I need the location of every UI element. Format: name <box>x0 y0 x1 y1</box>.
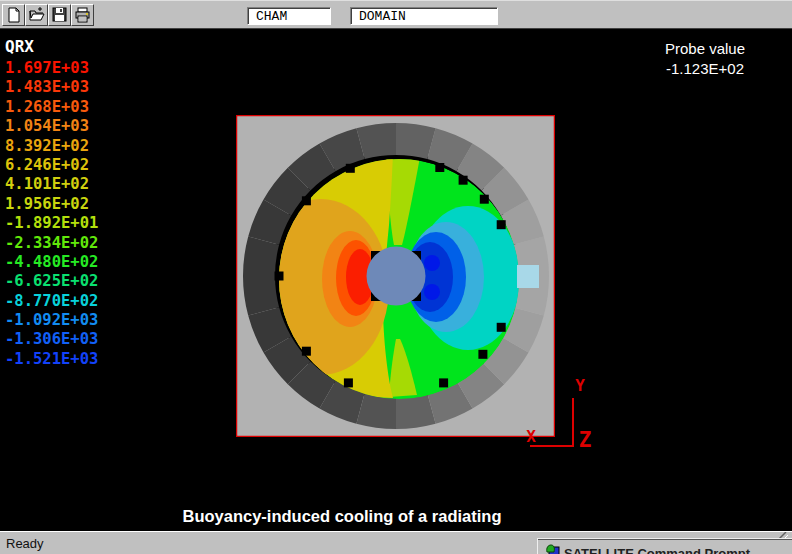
legend-entry: -8.770E+02 <box>5 292 98 311</box>
legend-entry: 1.483E+03 <box>5 78 98 97</box>
band-darkest-blue-upper <box>424 255 440 271</box>
legend-entry: -4.480E+02 <box>5 253 98 272</box>
band-darkest-blue-lower <box>424 284 440 300</box>
open-file-button[interactable] <box>25 4 48 26</box>
legend-entry: -1.306E+03 <box>5 330 98 349</box>
legend-entry: 8.392E+02 <box>5 137 98 156</box>
ring-notch <box>480 195 489 204</box>
legend-variable-name: QRX <box>5 37 98 56</box>
background-window-satellite-prompt[interactable]: SATELLITE Command Prompt <box>537 538 792 554</box>
legend-entry: 6.246E+02 <box>5 156 98 175</box>
print-button[interactable] <box>71 4 94 26</box>
monitor-cell-patch <box>517 265 539 288</box>
background-window-title: SATELLITE Command Prompt <box>564 546 750 554</box>
legend-entry: -1.892E+01 <box>5 214 98 233</box>
probe-value: -1.123E+02 <box>640 59 770 79</box>
inner-cylinder <box>367 247 426 306</box>
ring-notch <box>302 347 311 356</box>
ring-notch <box>344 378 353 387</box>
legend-value-list: 1.697E+031.483E+031.268E+031.054E+038.39… <box>5 59 98 369</box>
legend-entry: -2.334E+02 <box>5 234 98 253</box>
ring-notch <box>459 176 468 185</box>
legend-entry: -6.625E+02 <box>5 272 98 291</box>
ring-notch <box>275 272 284 281</box>
floppy-disk-icon <box>52 7 68 23</box>
graphics-canvas[interactable]: QRX 1.697E+031.483E+031.268E+031.054E+03… <box>0 29 792 531</box>
new-file-button[interactable] <box>2 4 25 26</box>
domain-field[interactable]: DOMAIN <box>350 7 498 25</box>
ring-notch <box>478 350 487 359</box>
phoenics-viewer-window: CHAM DOMAIN QRX 1.697E+031.483E+031.268E… <box>0 0 792 554</box>
legend-entry: 1.268E+03 <box>5 98 98 117</box>
x-axis-label: X <box>526 427 536 446</box>
legend-entry: -1.521E+03 <box>5 350 98 369</box>
ring-notch <box>497 220 506 229</box>
ring-notch <box>302 196 311 205</box>
plot-caption: Buoyancy-induced cooling of a radiating <box>0 507 684 526</box>
status-message: Ready <box>6 536 44 551</box>
new-document-icon <box>6 7 22 23</box>
axis-indicator: Y X Z <box>515 370 600 455</box>
legend-entry: -1.092E+03 <box>5 311 98 330</box>
y-axis-label: Y <box>575 376 585 395</box>
ring-notch <box>435 163 444 172</box>
probe-label: Probe value <box>640 39 770 59</box>
contour-legend: QRX 1.697E+031.483E+031.268E+031.054E+03… <box>5 37 98 369</box>
legend-entry: 1.054E+03 <box>5 117 98 136</box>
legend-entry: 1.697E+03 <box>5 59 98 78</box>
cham-field[interactable]: CHAM <box>247 7 331 25</box>
ring-notch <box>497 323 506 332</box>
toolbar: CHAM DOMAIN <box>0 0 792 29</box>
contour-plot[interactable] <box>236 115 555 437</box>
legend-entry: 1.956E+02 <box>5 195 98 214</box>
probe-readout: Probe value -1.123E+02 <box>640 39 770 79</box>
ms-dos-icon <box>546 544 560 554</box>
z-axis-label: Z <box>579 428 592 452</box>
open-folder-icon <box>29 7 45 23</box>
legend-entry: 4.101E+02 <box>5 175 98 194</box>
ring-notch <box>439 378 448 387</box>
printer-icon <box>75 7 91 23</box>
ring-notch <box>346 164 355 173</box>
save-button[interactable] <box>48 4 71 26</box>
